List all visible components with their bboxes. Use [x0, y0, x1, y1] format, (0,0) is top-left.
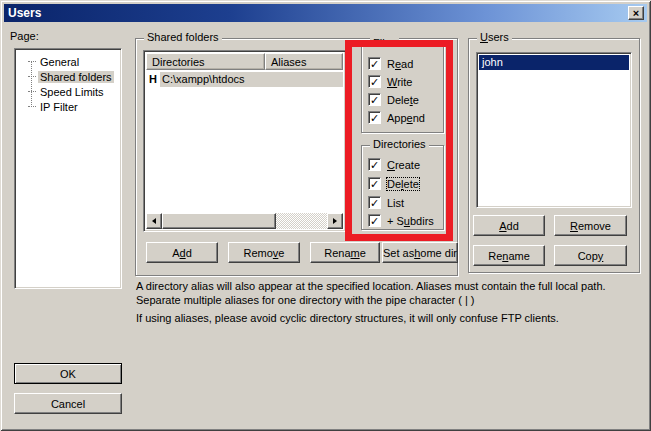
check-icon: ✓ [370, 59, 379, 69]
subdirs-checkbox[interactable]: ✓ [368, 214, 381, 227]
ok-button[interactable]: OK [14, 363, 122, 384]
write-checkbox-row: ✓ Write [368, 75, 412, 88]
home-marker: H [146, 73, 160, 85]
read-label: Read [387, 58, 413, 70]
check-icon: ✓ [370, 198, 379, 208]
remove-user-button[interactable]: Remove [554, 215, 627, 236]
set-home-dir-button[interactable]: Set as home dir [382, 242, 458, 263]
users-list: john [476, 52, 632, 208]
window-title: Users [4, 6, 41, 20]
create-checkbox[interactable]: ✓ [368, 158, 381, 171]
add-user-button[interactable]: Add [473, 215, 545, 236]
directory-row[interactable]: H C:\xampp\htdocs [146, 71, 343, 87]
delete-dir-checkbox[interactable]: ✓ [368, 177, 381, 190]
check-icon: ✓ [370, 77, 379, 87]
column-header-aliases[interactable]: Aliases [265, 53, 343, 70]
page-item-shared-folders[interactable]: Shared folders [28, 69, 117, 84]
list-checkbox-row: ✓ List [368, 196, 404, 209]
create-checkbox-row: ✓ Create [368, 158, 420, 171]
check-icon: ✓ [370, 95, 379, 105]
scroll-left-button[interactable] [146, 213, 162, 229]
directories-list-body: H C:\xampp\htdocs [146, 70, 343, 213]
write-label: Write [387, 76, 412, 88]
shared-folders-group-label: Shared folders [144, 31, 222, 43]
directories-group-label: Directories [370, 138, 429, 150]
append-label: Append [387, 112, 425, 124]
tree-stub-icon [28, 91, 36, 92]
write-checkbox[interactable]: ✓ [368, 75, 381, 88]
column-header-directories[interactable]: Directories [146, 53, 265, 70]
rename-folder-button[interactable]: Rename [310, 242, 380, 263]
scroll-track[interactable] [276, 213, 327, 229]
tree-stub-icon [28, 76, 36, 77]
user-item-john[interactable]: john [479, 55, 629, 70]
tree-stub-icon [28, 61, 36, 62]
delete-file-checkbox-row: ✓ Delete [368, 93, 419, 106]
check-icon: ✓ [370, 113, 379, 123]
page-item-general[interactable]: General [28, 54, 117, 69]
append-checkbox-row: ✓ Append [368, 111, 425, 124]
scroll-right-icon [333, 218, 337, 224]
directories-listview: Directories Aliases H C:\xampp\htdocs [143, 50, 346, 232]
page-list: General Shared folders Speed Limits IP F… [14, 48, 122, 289]
check-icon: ✓ [370, 160, 379, 170]
check-icon: ✓ [370, 179, 379, 189]
close-button[interactable]: × [628, 6, 644, 20]
remove-folder-button[interactable]: Remove [228, 242, 300, 263]
directory-path: C:\xampp\htdocs [160, 72, 343, 87]
append-checkbox[interactable]: ✓ [368, 111, 381, 124]
page-label: Page: [10, 30, 39, 42]
rename-user-button[interactable]: Rename [473, 245, 545, 266]
listview-header: Directories Aliases [146, 53, 343, 70]
delete-dir-label: Delete [387, 178, 419, 190]
h-scrollbar [146, 213, 343, 229]
users-group-label: Users [477, 31, 512, 43]
subdirs-checkbox-row: ✓ + Subdirs [368, 214, 434, 227]
list-label: List [387, 197, 404, 209]
list-checkbox[interactable]: ✓ [368, 196, 381, 209]
alias-help-text: A directory alias will also appear at th… [136, 279, 644, 307]
subdirs-label: + Subdirs [387, 215, 434, 227]
read-checkbox[interactable]: ✓ [368, 57, 381, 70]
check-icon: ✓ [370, 216, 379, 226]
delete-file-checkbox[interactable]: ✓ [368, 93, 381, 106]
page-item-ip-filter[interactable]: IP Filter [28, 99, 117, 114]
tree-stub-icon [28, 106, 36, 107]
scroll-right-button[interactable] [327, 213, 343, 229]
title-bar: Users × [4, 4, 647, 22]
cancel-button[interactable]: Cancel [14, 393, 122, 414]
delete-dir-checkbox-row: ✓ Delete [368, 177, 419, 190]
scroll-thumb[interactable] [162, 213, 276, 229]
create-label: Create [387, 159, 420, 171]
users-dialog: Users × Page: General Shared folders Spe… [0, 0, 651, 431]
read-checkbox-row: ✓ Read [368, 57, 413, 70]
delete-file-label: Delete [387, 94, 419, 106]
close-icon: × [633, 8, 639, 19]
cyclic-help-text: If using aliases, please avoid cyclic di… [136, 311, 644, 325]
files-group-label: Files [370, 37, 399, 49]
page-item-speed-limits[interactable]: Speed Limits [28, 84, 117, 99]
copy-user-button[interactable]: Copy [554, 245, 627, 266]
add-folder-button[interactable]: Add [146, 242, 218, 263]
scroll-left-icon [152, 218, 156, 224]
